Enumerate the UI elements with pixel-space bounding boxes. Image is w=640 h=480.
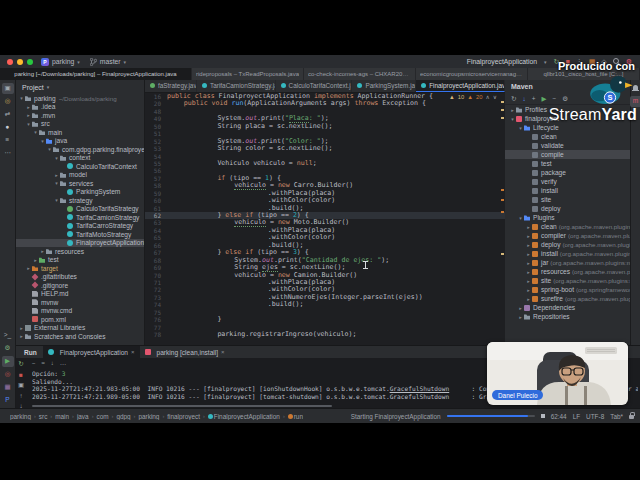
maven-tree-item[interactable]: ▸resources(org.apache.maven.plugins:mave… bbox=[505, 267, 630, 276]
code-line[interactable]: 51 bbox=[145, 130, 505, 137]
database-icon[interactable]: ▦ bbox=[2, 382, 14, 393]
breadcrumb-item[interactable]: gdpg bbox=[116, 413, 130, 420]
settings-icon[interactable]: ⚙ bbox=[2, 343, 14, 354]
structure-icon[interactable]: ≡ bbox=[2, 135, 14, 146]
problems-icon[interactable]: ◎ bbox=[2, 369, 14, 380]
breadcrumb-item[interactable]: src bbox=[39, 413, 48, 420]
project-tree-item[interactable]: ▸target bbox=[16, 264, 144, 273]
maven-tree-item[interactable]: ▸Dependencies bbox=[505, 303, 630, 312]
breadcrumb-item[interactable]: finalproyect bbox=[167, 413, 200, 420]
code-line[interactable]: 66.build(); bbox=[145, 242, 505, 249]
project-tree-item[interactable]: FinalproyectApplication bbox=[16, 239, 144, 248]
maven-tree-item[interactable]: clean bbox=[505, 132, 630, 141]
project-tree-item[interactable]: ▸model bbox=[16, 171, 144, 180]
code-line[interactable]: 57if (tipo == 1) { bbox=[145, 175, 505, 182]
indent-style[interactable]: Tab* bbox=[610, 413, 623, 420]
maximize-window-button[interactable] bbox=[27, 59, 33, 65]
project-tree-item[interactable]: mvnw.cmd bbox=[16, 307, 144, 316]
code-line[interactable]: 56 bbox=[145, 167, 505, 174]
project-tree-item[interactable]: TarifaCarroStrategy bbox=[16, 222, 144, 231]
code-line[interactable]: 78parking.registrarIngreso(vehiculo); bbox=[145, 331, 505, 338]
maven-tree-item[interactable]: ▸Repositories bbox=[505, 312, 630, 321]
code-line[interactable]: 53String color = sc.nextLine(); bbox=[145, 145, 505, 152]
project-tree-item[interactable]: ParkingSystem bbox=[16, 188, 144, 197]
project-tree-item[interactable]: mvnw bbox=[16, 298, 144, 307]
breadcrumb-item[interactable]: com bbox=[96, 413, 108, 420]
up-icon[interactable]: ↑ bbox=[19, 392, 22, 399]
code-line[interactable]: 72.withColor(color) bbox=[145, 286, 505, 293]
code-line[interactable]: 20public void run(ApplicationArguments a… bbox=[145, 100, 505, 107]
maven-tree-item[interactable]: ▸jar(org.apache.maven.plugins:maven-jar-… bbox=[505, 258, 630, 267]
soft-wrap-icon[interactable]: ≈ bbox=[42, 360, 45, 367]
maven-tree-item[interactable]: compile bbox=[505, 150, 630, 159]
project-tree-item[interactable]: ▸resources bbox=[16, 247, 144, 256]
project-tree-item[interactable]: TarifaCamionStrategy bbox=[16, 213, 144, 222]
project-tree-item[interactable]: TarifaMotoStrategy bbox=[16, 230, 144, 239]
project-tree-item[interactable]: CalculoTarifaContext bbox=[16, 162, 144, 171]
code-line[interactable]: 59.withPlaca(placa) bbox=[145, 190, 505, 197]
maven-tree-item[interactable]: ▾Lifecycle bbox=[505, 123, 630, 132]
maven-tree-item[interactable]: ▸clean(org.apache.maven.plugins:maven-cl… bbox=[505, 222, 630, 231]
maven-tree-item[interactable]: validate bbox=[505, 141, 630, 150]
window-tab[interactable]: parking [~/Downloads/parking] – Finalpro… bbox=[0, 68, 192, 80]
editor-tab[interactable]: ParkingSystem.java bbox=[352, 80, 416, 92]
project-tree-item[interactable]: .gitignore bbox=[16, 281, 144, 290]
project-selector[interactable]: P parking ▾ bbox=[41, 58, 80, 66]
file-encoding[interactable]: UTF-8 bbox=[586, 413, 604, 420]
breadcrumb-item[interactable]: main bbox=[55, 413, 69, 420]
lock-icon[interactable] bbox=[629, 415, 634, 419]
maven-tree-item[interactable]: ▸install(org.apache.maven.plugins:maven-… bbox=[505, 249, 630, 258]
window-tab[interactable]: economicgroupsmicroservicemanagementquer… bbox=[416, 68, 528, 80]
minimize-window-button[interactable] bbox=[17, 59, 23, 65]
project-tree-item[interactable]: pom.xml bbox=[16, 315, 144, 324]
branch-selector[interactable]: master ▾ bbox=[90, 58, 126, 66]
code-line[interactable]: 68System.out.print("Cantidad de ejes: ")… bbox=[145, 257, 505, 264]
more-icon[interactable]: ⋯ bbox=[2, 148, 14, 159]
maven-tree-item[interactable]: test bbox=[505, 159, 630, 168]
more-icon[interactable]: ⋯ bbox=[60, 360, 66, 367]
project-panel-header[interactable]: Project ▾ bbox=[16, 80, 144, 94]
editor-tab[interactable]: faStrategy.java bbox=[145, 80, 197, 92]
maven-tree-item[interactable]: ▸deploy(org.apache.maven.plugins:maven-d… bbox=[505, 240, 630, 249]
project-tree-item[interactable]: .gitattributes bbox=[16, 273, 144, 282]
stop-process-icon[interactable] bbox=[541, 414, 545, 418]
code-line[interactable]: 73.withNumeroEjes(Integer.parseInt(ejes)… bbox=[145, 294, 505, 301]
line-separator[interactable]: LF bbox=[573, 413, 580, 420]
prev-problem-icon[interactable]: ∧ bbox=[486, 94, 490, 100]
run-tab[interactable]: parking [clean,install]× bbox=[140, 346, 230, 358]
project-tree-item[interactable]: ▸Scratches and Consoles bbox=[16, 332, 144, 341]
project-icon[interactable]: ▣ bbox=[2, 83, 14, 94]
code-line[interactable]: 60.withColor(color) bbox=[145, 197, 505, 204]
code-line[interactable]: 67} else if (tipo == 3) { bbox=[145, 249, 505, 256]
code-line[interactable]: 76} bbox=[145, 316, 505, 323]
breadcrumb-item[interactable]: parking bbox=[138, 413, 159, 420]
breadcrumb-item[interactable]: parking bbox=[10, 413, 31, 420]
inspections-widget[interactable]: ▲ 10 ▲ 20 ∧ ∨ bbox=[449, 94, 497, 100]
python-icon[interactable]: P bbox=[2, 395, 14, 406]
maven-tree-item[interactable]: ▸site(org.apache.maven.plugins:maven-sit… bbox=[505, 276, 630, 285]
window-tab[interactable]: co-check-incomes-ags – CHXAR200-arc-test… bbox=[304, 68, 416, 80]
code-editor[interactable]: ▲ 10 ▲ 20 ∧ ∨ 16public class Finalproyec… bbox=[145, 93, 505, 345]
code-line[interactable]: 50String placa = sc.nextLine(); bbox=[145, 123, 505, 130]
run-icon[interactable]: ▶ bbox=[2, 356, 14, 367]
run-configuration-selector[interactable]: FinalproyectApplication bbox=[467, 58, 537, 65]
breadcrumb-item[interactable]: FinalproyectApplication bbox=[208, 413, 280, 420]
commit-icon[interactable]: ◎ bbox=[2, 96, 14, 107]
pull-requests-icon[interactable]: ⇄ bbox=[2, 109, 14, 120]
editor-tab[interactable]: TarifaCamionStrategy.java bbox=[197, 80, 276, 92]
code-line[interactable]: 58vehiculo = new Carro.Builder() bbox=[145, 182, 505, 189]
project-tree-item[interactable]: ▾parking~/Downloads/parking bbox=[16, 94, 144, 103]
project-tree-item[interactable]: HELP.md bbox=[16, 290, 144, 299]
project-tree-item[interactable]: ▾main bbox=[16, 128, 144, 137]
project-tree-item[interactable]: ▾com.gdpg.parking.finalproyect bbox=[16, 145, 144, 154]
close-icon[interactable]: × bbox=[131, 349, 135, 355]
project-tree-item[interactable]: ▾context bbox=[16, 154, 144, 163]
window-tab[interactable]: rideproposals – TxReadProposals.java bbox=[192, 68, 304, 80]
code-line[interactable]: 63vehiculo = new Moto.Builder() bbox=[145, 219, 505, 226]
terminal-icon[interactable]: >_ bbox=[2, 330, 14, 341]
code-line[interactable]: 64.withPlaca(placa) bbox=[145, 227, 505, 234]
github-icon[interactable]: ● bbox=[2, 122, 14, 133]
editor-tab[interactable]: CalculoTarifaContext.java bbox=[276, 80, 353, 92]
code-line[interactable]: 71.withPlaca(placa) bbox=[145, 279, 505, 286]
console-scrollbar[interactable] bbox=[32, 405, 332, 407]
